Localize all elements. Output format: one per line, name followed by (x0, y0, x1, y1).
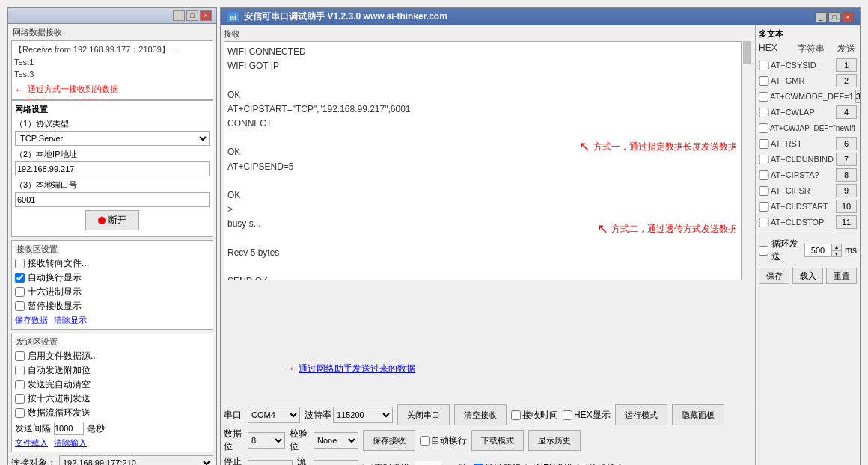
sidebar-item-10: AT+CLDSTART 10 (759, 200, 857, 213)
right-maximize-btn[interactable]: □ (828, 12, 840, 22)
sidebar-send-7[interactable]: 7 (836, 153, 857, 166)
send-cb4[interactable] (15, 394, 25, 404)
ctrl-row2: 数据位 8 校验位 None 保存接收 (224, 428, 752, 453)
stopbits-select[interactable]: One (248, 460, 293, 465)
recv-area-label: 接收 (224, 28, 752, 40)
disconnect-label: 断开 (109, 214, 126, 227)
sidebar-item-3: AT+CWMODE_DEF=1 3 (759, 90, 857, 103)
sidebar-cb-1[interactable] (759, 61, 769, 70)
sidebar-reset-btn[interactable]: 重置 (826, 268, 857, 284)
port-select[interactable]: COM4 (248, 407, 300, 423)
net-settings-section: 网络设置 （1）协议类型 TCP Server （2）本地IP地址 192.16… (11, 100, 213, 237)
sidebar-save-btn[interactable]: 保存 (759, 268, 789, 284)
sidebar-load-btn[interactable]: 载入 (792, 268, 823, 284)
clear-input-link[interactable]: 清除输入 (54, 437, 87, 449)
annotation1-container: ↖ 方式一，通过指定数据长度发送数据 (579, 138, 737, 155)
recv-display[interactable]: WIFI CONNECTED WIFI GOT IP OK AT+CIPSTAR… (224, 41, 742, 280)
port-input[interactable]: 6001 (15, 192, 210, 207)
timed-send-cb: 定时发送 (363, 462, 410, 466)
right-close-btn[interactable]: × (842, 12, 854, 22)
download-mode-btn[interactable]: 下载模式 (471, 430, 524, 451)
run-mode-btn[interactable]: 运行模式 (615, 404, 667, 425)
save-recv-btn[interactable]: 保存接收 (363, 430, 415, 451)
sidebar-cb-8[interactable] (759, 170, 769, 180)
recv-time-checkbox[interactable] (511, 410, 521, 420)
file-load-link[interactable]: 文件载入 (15, 437, 48, 449)
auto-wrap-checkbox[interactable] (420, 436, 430, 446)
annotation2-arrow: ↙ (14, 98, 21, 101)
spinner-up[interactable]: ▲ (831, 244, 842, 250)
scrollbar-thumb (743, 41, 751, 64)
right-minimize-btn[interactable]: _ (815, 12, 827, 22)
recv-cb4[interactable] (15, 301, 25, 311)
sidebar-cb-9[interactable] (759, 186, 769, 196)
recv-scrollbar[interactable] (742, 41, 752, 280)
send-cb1[interactable] (15, 351, 25, 361)
left-window: _ □ × 网络数据接收 【Receive from 192.168.99.17… (7, 7, 217, 465)
recv-cb1[interactable] (15, 259, 25, 268)
left-maximize-btn[interactable]: □ (186, 10, 198, 21)
interval-input[interactable] (54, 422, 84, 435)
sidebar-item-5: AT+CWJAP_DEF="newifi_ 5 (759, 121, 857, 135)
loop-ms-input[interactable] (804, 244, 831, 257)
flow-label: 流控 (297, 455, 312, 465)
interval-unit: 毫秒 (87, 422, 105, 435)
recv-cb3[interactable] (15, 287, 25, 297)
sidebar-send-6[interactable]: 6 (836, 137, 857, 150)
sidebar-send-9[interactable]: 9 (836, 184, 857, 197)
databits-select[interactable]: 8 (248, 432, 285, 449)
clear-display-link[interactable]: 清除显示 (54, 315, 87, 326)
recv-cb2[interactable] (15, 273, 25, 283)
protocol-select[interactable]: TCP Server (15, 131, 210, 146)
save-data-link[interactable]: 保存数据 (15, 315, 48, 326)
hex-send-label: HEX发送 (537, 462, 573, 466)
send-cb5-row: 数据流循环发送 (15, 407, 210, 419)
sidebar-cb-7[interactable] (759, 155, 769, 164)
sidebar-cb-5[interactable] (759, 123, 768, 133)
sidebar-cb-10[interactable] (759, 202, 769, 212)
timed-ms-input[interactable] (415, 461, 441, 465)
app-logo: ai (227, 12, 239, 22)
left-close-btn[interactable]: × (200, 10, 212, 21)
flow-select[interactable]: None (314, 460, 358, 465)
ip-input[interactable]: 192.168.99.217 (15, 161, 210, 176)
loop-unit: ms (845, 245, 857, 256)
show-history-btn[interactable]: 显示历史 (528, 430, 581, 451)
recv-cb4-row: 暂停接收显示 (15, 300, 210, 312)
interval-label: 发送间隔 (15, 422, 51, 435)
sidebar-send-4[interactable]: 4 (836, 105, 857, 119)
sidebar-action-row: 保存 载入 重置 (759, 268, 857, 284)
sidebar-cb-3[interactable] (759, 92, 768, 102)
hide-panel-btn[interactable]: 隐藏面板 (672, 404, 724, 425)
connect-select[interactable]: 192.168.99.177:210 (59, 455, 213, 465)
sidebar-cb-6[interactable] (759, 139, 769, 149)
send-cb5[interactable] (15, 408, 25, 418)
checkbits-select[interactable]: None (314, 432, 358, 449)
send-cb3[interactable] (15, 380, 25, 389)
sidebar-cb-2[interactable] (759, 76, 769, 86)
sidebar-cb-11[interactable] (759, 218, 769, 227)
format-input-label: 格式输入 (589, 462, 625, 466)
ctrl-row3: 停止位 One 流控 None (224, 455, 752, 465)
sidebar-label-3: AT+CWMODE_DEF=1 (770, 92, 854, 101)
spinner-down[interactable]: ▼ (831, 250, 842, 257)
clear-recv-btn[interactable]: 清空接收 (454, 404, 507, 425)
open-close-port-btn[interactable]: 关闭串口 (397, 404, 450, 425)
loop-send-checkbox[interactable] (759, 246, 768, 256)
sidebar-send-1[interactable]: 1 (836, 58, 857, 72)
sidebar-send-3[interactable]: 3 (855, 90, 860, 103)
sidebar-label-10: AT+CLDSTART (771, 202, 834, 211)
hex-show-checkbox[interactable] (563, 410, 572, 420)
disconnect-button[interactable]: 断开 (85, 210, 139, 230)
main-wrapper: _ □ × 网络数据接收 【Receive from 192.168.99.17… (7, 7, 861, 465)
sidebar-send-10[interactable]: 10 (836, 200, 857, 213)
sidebar-cb-4[interactable] (759, 108, 769, 117)
connect-label: 连接对象： (11, 457, 56, 466)
left-minimize-btn[interactable]: _ (173, 10, 185, 21)
baud-select[interactable]: 115200 (333, 407, 393, 423)
sidebar-send-2[interactable]: 2 (836, 74, 857, 87)
sidebar-send-8[interactable]: 8 (836, 168, 857, 182)
sidebar-send-11[interactable]: 11 (836, 215, 857, 229)
send-cb2[interactable] (15, 366, 25, 375)
ip-row: （2）本地IP地址 192.168.99.217 (15, 149, 210, 176)
